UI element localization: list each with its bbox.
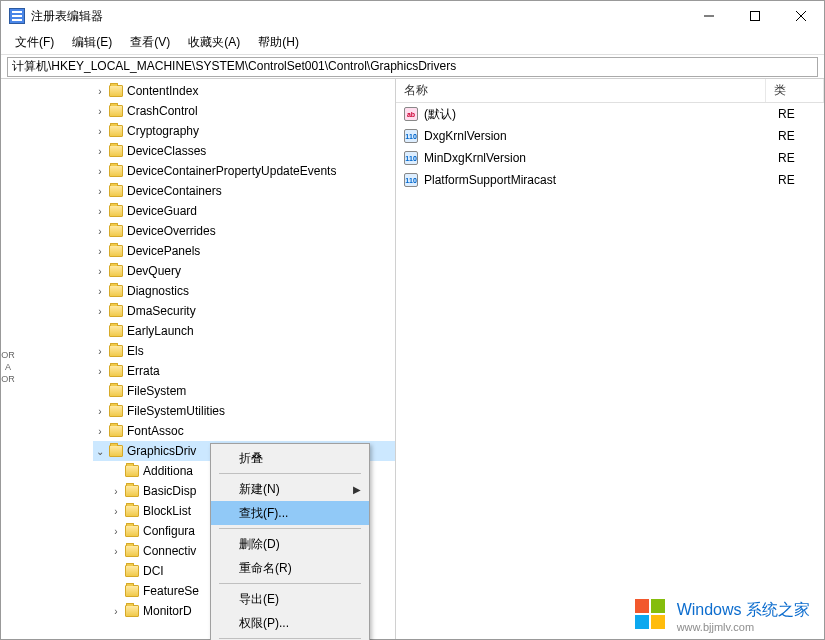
tree-node[interactable]: ›DevicePanels [93, 241, 395, 261]
chevron-right-icon[interactable]: › [93, 304, 107, 318]
chevron-right-icon[interactable]: › [93, 184, 107, 198]
folder-icon [125, 585, 139, 597]
chevron-right-icon[interactable]: › [93, 84, 107, 98]
cm-new[interactable]: 新建(N)▶ [211, 477, 369, 501]
value-name: MinDxgKrnlVersion [424, 151, 778, 165]
tree-node[interactable]: ›DeviceGuard [93, 201, 395, 221]
addressbar [1, 55, 824, 79]
tree-node[interactable]: ›FontAssoc [93, 421, 395, 441]
tree-node[interactable]: ›DeviceOverrides [93, 221, 395, 241]
tree-node[interactable]: ›DmaSecurity [93, 301, 395, 321]
chevron-right-icon[interactable]: › [109, 604, 123, 618]
tree-node[interactable]: ›FileSystemUtilities [93, 401, 395, 421]
chevron-right-icon[interactable]: › [93, 144, 107, 158]
chevron-right-icon[interactable]: › [93, 264, 107, 278]
tree-node[interactable]: ›DeviceClasses [93, 141, 395, 161]
cm-delete[interactable]: 删除(D) [211, 532, 369, 556]
tree-node[interactable]: ›Diagnostics [93, 281, 395, 301]
tree-node[interactable]: FileSystem [93, 381, 395, 401]
tree-node[interactable]: ›ContentIndex [93, 81, 395, 101]
app-icon [9, 8, 25, 24]
address-input[interactable] [7, 57, 818, 77]
tree-node[interactable]: ›Cryptography [93, 121, 395, 141]
chevron-right-icon: ▶ [353, 484, 361, 495]
chevron-right-icon[interactable]: › [109, 544, 123, 558]
chevron-right-icon[interactable]: › [109, 504, 123, 518]
tree-label: DmaSecurity [127, 304, 196, 318]
tree-label: DeviceGuard [127, 204, 197, 218]
folder-icon [109, 265, 123, 277]
list-row[interactable]: 110PlatformSupportMiracastRE [396, 169, 824, 191]
cm-find[interactable]: 查找(F)... [211, 501, 369, 525]
menubar: 文件(F) 编辑(E) 查看(V) 收藏夹(A) 帮助(H) [1, 31, 824, 55]
minimize-button[interactable] [686, 1, 732, 31]
binary-value-icon: 110 [404, 129, 418, 143]
tree-node[interactable]: ›DevQuery [93, 261, 395, 281]
chevron-right-icon[interactable]: › [93, 244, 107, 258]
menu-edit[interactable]: 编辑(E) [64, 32, 120, 53]
value-type: RE [778, 107, 795, 121]
folder-icon [125, 485, 139, 497]
list-body[interactable]: ab(默认)RE110DxgKrnlVersionRE110MinDxgKrnl… [396, 103, 824, 639]
folder-icon [109, 85, 123, 97]
cm-collapse[interactable]: 折叠 [211, 446, 369, 470]
folder-icon [125, 465, 139, 477]
tree-label: Diagnostics [127, 284, 189, 298]
value-name: PlatformSupportMiracast [424, 173, 778, 187]
chevron-down-icon[interactable]: ⌄ [93, 444, 107, 458]
folder-icon [109, 445, 123, 457]
folder-icon [109, 165, 123, 177]
chevron-right-icon[interactable]: › [93, 424, 107, 438]
close-button[interactable] [778, 1, 824, 31]
folder-icon [109, 425, 123, 437]
cm-separator [219, 583, 361, 584]
tree-label: Cryptography [127, 124, 199, 138]
tree-node[interactable]: ›Els [93, 341, 395, 361]
cm-export[interactable]: 导出(E) [211, 587, 369, 611]
menu-help[interactable]: 帮助(H) [250, 32, 307, 53]
list-row[interactable]: 110DxgKrnlVersionRE [396, 125, 824, 147]
menu-view[interactable]: 查看(V) [122, 32, 178, 53]
chevron-right-icon[interactable]: › [93, 164, 107, 178]
folder-icon [109, 325, 123, 337]
tree-label: DCI [143, 564, 164, 578]
chevron-right-icon[interactable]: › [93, 404, 107, 418]
col-type[interactable]: 类 [766, 79, 824, 102]
content-area: ORAOR ›ContentIndex›CrashControl›Cryptog… [1, 79, 824, 639]
chevron-right-icon[interactable]: › [93, 124, 107, 138]
left-edge-text: ORAOR [1, 349, 15, 385]
maximize-button[interactable] [732, 1, 778, 31]
col-name[interactable]: 名称 [396, 79, 766, 102]
folder-icon [109, 225, 123, 237]
folder-icon [109, 145, 123, 157]
tree-node[interactable]: ›Errata [93, 361, 395, 381]
string-value-icon: ab [404, 107, 418, 121]
chevron-right-icon[interactable]: › [93, 224, 107, 238]
chevron-right-icon[interactable]: › [109, 524, 123, 538]
svg-rect-1 [751, 12, 760, 21]
folder-icon [125, 565, 139, 577]
list-row[interactable]: 110MinDxgKrnlVersionRE [396, 147, 824, 169]
chevron-right-icon[interactable]: › [93, 204, 107, 218]
context-menu: 折叠 新建(N)▶ 查找(F)... 删除(D) 重命名(R) 导出(E) 权限… [210, 443, 370, 640]
menu-file[interactable]: 文件(F) [7, 32, 62, 53]
chevron-right-icon[interactable]: › [93, 104, 107, 118]
cm-permissions[interactable]: 权限(P)... [211, 611, 369, 635]
tree-node[interactable]: ›CrashControl [93, 101, 395, 121]
tree-label: MonitorD [143, 604, 192, 618]
folder-icon [125, 545, 139, 557]
tree-label: Els [127, 344, 144, 358]
chevron-right-icon[interactable]: › [109, 484, 123, 498]
folder-icon [109, 345, 123, 357]
chevron-right-icon[interactable]: › [93, 344, 107, 358]
cm-rename[interactable]: 重命名(R) [211, 556, 369, 580]
tree-label: BasicDisp [143, 484, 196, 498]
chevron-right-icon[interactable]: › [93, 364, 107, 378]
folder-icon [125, 605, 139, 617]
menu-favorites[interactable]: 收藏夹(A) [180, 32, 248, 53]
chevron-right-icon[interactable]: › [93, 284, 107, 298]
list-row[interactable]: ab(默认)RE [396, 103, 824, 125]
tree-node[interactable]: ›DeviceContainerPropertyUpdateEvents [93, 161, 395, 181]
tree-node[interactable]: ›DeviceContainers [93, 181, 395, 201]
tree-node[interactable]: EarlyLaunch [93, 321, 395, 341]
